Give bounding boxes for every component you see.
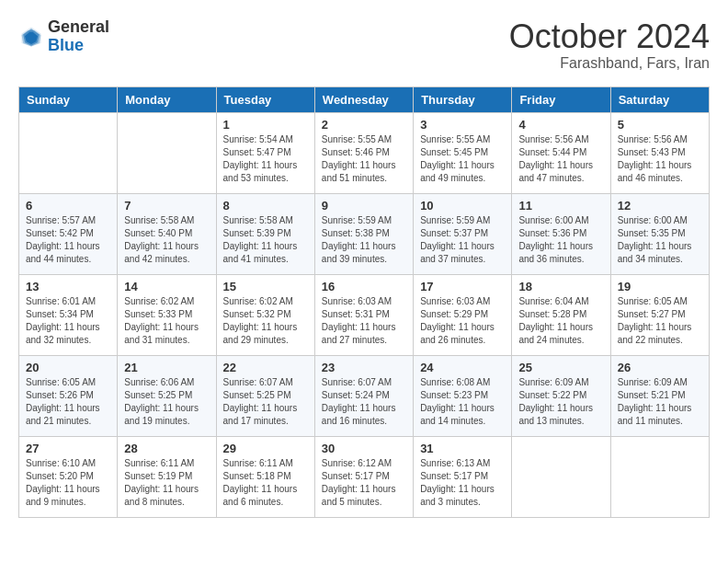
weekday-header-monday: Monday [118, 86, 216, 112]
calendar-cell: 23Sunrise: 6:07 AMSunset: 5:24 PMDayligh… [314, 355, 413, 436]
day-info: Sunrise: 6:07 AMSunset: 5:24 PMDaylight:… [322, 376, 406, 428]
weekday-header-saturday: Saturday [610, 86, 709, 112]
day-number: 9 [322, 199, 406, 213]
day-info: Sunrise: 5:58 AMSunset: 5:39 PMDaylight:… [223, 214, 308, 266]
calendar-cell [610, 436, 709, 517]
week-row-1: 1Sunrise: 5:54 AMSunset: 5:47 PMDaylight… [19, 112, 710, 193]
day-info: Sunrise: 6:11 AMSunset: 5:18 PMDaylight:… [223, 457, 308, 509]
calendar-cell [118, 112, 216, 193]
day-number: 23 [322, 361, 406, 374]
calendar-cell: 16Sunrise: 6:03 AMSunset: 5:31 PMDayligh… [314, 274, 413, 355]
day-info: Sunrise: 6:00 AMSunset: 5:35 PMDaylight:… [618, 214, 702, 266]
day-number: 2 [322, 118, 406, 132]
calendar-cell: 12Sunrise: 6:00 AMSunset: 5:35 PMDayligh… [610, 193, 709, 274]
weekday-header-row: SundayMondayTuesdayWednesdayThursdayFrid… [19, 86, 710, 112]
calendar-cell: 5Sunrise: 5:56 AMSunset: 5:43 PMDaylight… [610, 112, 709, 193]
day-info: Sunrise: 6:07 AMSunset: 5:25 PMDaylight:… [223, 376, 308, 428]
week-row-3: 13Sunrise: 6:01 AMSunset: 5:34 PMDayligh… [19, 274, 710, 355]
day-number: 18 [518, 280, 603, 293]
calendar-cell: 14Sunrise: 6:02 AMSunset: 5:33 PMDayligh… [118, 274, 216, 355]
calendar-cell: 22Sunrise: 6:07 AMSunset: 5:25 PMDayligh… [216, 355, 314, 436]
day-number: 25 [518, 361, 603, 374]
day-info: Sunrise: 6:03 AMSunset: 5:29 PMDaylight:… [420, 295, 505, 347]
day-number: 7 [124, 199, 209, 213]
calendar-cell: 19Sunrise: 6:05 AMSunset: 5:27 PMDayligh… [610, 274, 709, 355]
day-info: Sunrise: 6:04 AMSunset: 5:28 PMDaylight:… [518, 295, 603, 347]
weekday-header-friday: Friday [512, 86, 610, 112]
calendar-cell: 26Sunrise: 6:09 AMSunset: 5:21 PMDayligh… [610, 355, 709, 436]
month-title: October 2024 [509, 18, 710, 55]
calendar-cell: 25Sunrise: 6:09 AMSunset: 5:22 PMDayligh… [512, 355, 610, 436]
day-number: 1 [223, 118, 308, 132]
calendar-cell [19, 112, 118, 193]
calendar-table: SundayMondayTuesdayWednesdayThursdayFrid… [18, 86, 710, 518]
calendar-cell: 10Sunrise: 5:59 AMSunset: 5:37 PMDayligh… [414, 193, 512, 274]
weekday-header-tuesday: Tuesday [216, 86, 314, 112]
calendar-cell: 7Sunrise: 5:58 AMSunset: 5:40 PMDaylight… [118, 193, 216, 274]
day-info: Sunrise: 5:56 AMSunset: 5:43 PMDaylight:… [618, 133, 702, 185]
weekday-header-thursday: Thursday [414, 86, 512, 112]
week-row-2: 6Sunrise: 5:57 AMSunset: 5:42 PMDaylight… [19, 193, 710, 274]
day-number: 15 [223, 280, 308, 293]
day-info: Sunrise: 6:02 AMSunset: 5:33 PMDaylight:… [124, 295, 209, 347]
calendar-cell: 31Sunrise: 6:13 AMSunset: 5:17 PMDayligh… [414, 436, 512, 517]
title-block: October 2024 Farashband, Fars, Iran [509, 18, 710, 72]
calendar-cell: 24Sunrise: 6:08 AMSunset: 5:23 PMDayligh… [414, 355, 512, 436]
calendar-cell: 11Sunrise: 6:00 AMSunset: 5:36 PMDayligh… [512, 193, 610, 274]
logo-general: General [48, 17, 109, 36]
day-number: 22 [223, 361, 308, 374]
calendar-cell: 27Sunrise: 6:10 AMSunset: 5:20 PMDayligh… [19, 436, 118, 517]
calendar-cell: 9Sunrise: 5:59 AMSunset: 5:38 PMDaylight… [314, 193, 413, 274]
day-number: 16 [322, 280, 406, 293]
day-info: Sunrise: 6:09 AMSunset: 5:22 PMDaylight:… [518, 376, 603, 428]
week-row-4: 20Sunrise: 6:05 AMSunset: 5:26 PMDayligh… [19, 355, 710, 436]
day-info: Sunrise: 5:56 AMSunset: 5:44 PMDaylight:… [518, 133, 603, 185]
day-number: 6 [26, 199, 110, 213]
page-header: General Blue October 2024 Farashband, Fa… [18, 18, 710, 72]
logo-blue: Blue [48, 36, 84, 54]
day-number: 17 [420, 280, 505, 293]
day-number: 27 [26, 442, 110, 455]
day-info: Sunrise: 5:54 AMSunset: 5:47 PMDaylight:… [223, 133, 308, 185]
day-info: Sunrise: 6:11 AMSunset: 5:19 PMDaylight:… [124, 457, 209, 509]
day-info: Sunrise: 5:59 AMSunset: 5:37 PMDaylight:… [420, 214, 505, 266]
logo-text: General Blue [48, 18, 109, 55]
day-info: Sunrise: 6:02 AMSunset: 5:32 PMDaylight:… [223, 295, 308, 347]
day-number: 13 [26, 280, 110, 293]
day-number: 24 [420, 361, 505, 374]
day-info: Sunrise: 6:00 AMSunset: 5:36 PMDaylight:… [518, 214, 603, 266]
calendar-cell [512, 436, 610, 517]
day-info: Sunrise: 6:10 AMSunset: 5:20 PMDaylight:… [26, 457, 110, 509]
day-info: Sunrise: 5:55 AMSunset: 5:46 PMDaylight:… [322, 133, 406, 185]
logo-icon [18, 24, 44, 50]
day-info: Sunrise: 6:08 AMSunset: 5:23 PMDaylight:… [420, 376, 505, 428]
day-number: 4 [518, 118, 603, 132]
day-info: Sunrise: 6:06 AMSunset: 5:25 PMDaylight:… [124, 376, 209, 428]
day-info: Sunrise: 6:05 AMSunset: 5:27 PMDaylight:… [618, 295, 702, 347]
logo: General Blue [18, 18, 109, 55]
calendar-cell: 21Sunrise: 6:06 AMSunset: 5:25 PMDayligh… [118, 355, 216, 436]
day-number: 20 [26, 361, 110, 374]
day-number: 11 [518, 199, 603, 213]
day-number: 14 [124, 280, 209, 293]
calendar-cell: 18Sunrise: 6:04 AMSunset: 5:28 PMDayligh… [512, 274, 610, 355]
week-row-5: 27Sunrise: 6:10 AMSunset: 5:20 PMDayligh… [19, 436, 710, 517]
weekday-header-sunday: Sunday [19, 86, 118, 112]
day-number: 26 [618, 361, 702, 374]
day-number: 3 [420, 118, 505, 132]
day-number: 12 [618, 199, 702, 213]
day-number: 8 [223, 199, 308, 213]
calendar-cell: 30Sunrise: 6:12 AMSunset: 5:17 PMDayligh… [314, 436, 413, 517]
calendar-cell: 8Sunrise: 5:58 AMSunset: 5:39 PMDaylight… [216, 193, 314, 274]
day-number: 29 [223, 442, 308, 455]
calendar-cell: 29Sunrise: 6:11 AMSunset: 5:18 PMDayligh… [216, 436, 314, 517]
day-info: Sunrise: 6:13 AMSunset: 5:17 PMDaylight:… [420, 457, 505, 509]
day-info: Sunrise: 5:59 AMSunset: 5:38 PMDaylight:… [322, 214, 406, 266]
day-number: 5 [618, 118, 702, 132]
calendar-cell: 17Sunrise: 6:03 AMSunset: 5:29 PMDayligh… [414, 274, 512, 355]
day-info: Sunrise: 6:09 AMSunset: 5:21 PMDaylight:… [618, 376, 702, 428]
day-info: Sunrise: 6:03 AMSunset: 5:31 PMDaylight:… [322, 295, 406, 347]
calendar-cell: 1Sunrise: 5:54 AMSunset: 5:47 PMDaylight… [216, 112, 314, 193]
calendar-cell: 4Sunrise: 5:56 AMSunset: 5:44 PMDaylight… [512, 112, 610, 193]
day-info: Sunrise: 5:55 AMSunset: 5:45 PMDaylight:… [420, 133, 505, 185]
